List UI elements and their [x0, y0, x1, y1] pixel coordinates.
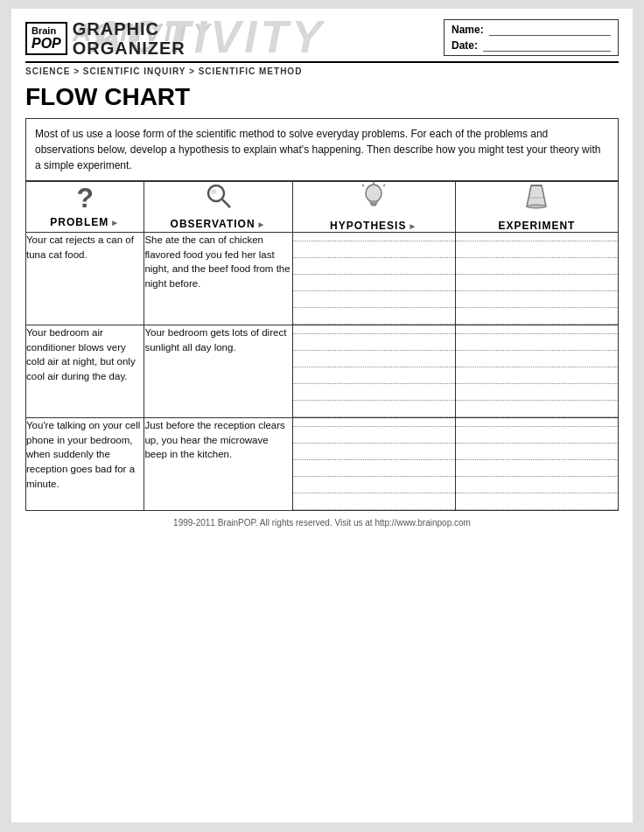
dotted-line — [293, 375, 455, 384]
hypothesis-col-label: HYPOTHESIS ► — [293, 220, 455, 232]
dotted-line — [293, 435, 455, 444]
dotted-line — [456, 435, 618, 444]
svg-line-7 — [362, 185, 364, 186]
problem-col-label: PROBLEM ► — [26, 216, 144, 228]
dotted-line — [293, 283, 455, 291]
dotted-line — [293, 485, 455, 493]
intro-box: Most of us use a loose form of the scien… — [25, 118, 619, 181]
dotted-line — [293, 392, 455, 401]
dotted-line — [456, 418, 618, 427]
dotted-line — [293, 501, 455, 510]
row2-problem: Your bedroom air conditioner blows very … — [26, 325, 144, 418]
dotted-line — [293, 249, 455, 258]
row3-experiment[interactable] — [455, 418, 618, 511]
table-row: You're talking on your cell phone in you… — [26, 418, 619, 511]
logo-area: Brain POP ACTIVITY GRAPHIC ORGANIZER — [25, 19, 186, 58]
observation-arrow: ► — [257, 220, 267, 229]
dotted-line — [293, 325, 455, 334]
page: Brain POP ACTIVITY GRAPHIC ORGANIZER ACT… — [11, 9, 633, 822]
svg-point-2 — [211, 189, 216, 194]
dotted-line — [456, 359, 618, 367]
dotted-line — [293, 359, 455, 367]
dotted-line — [456, 468, 618, 477]
svg-line-8 — [383, 185, 385, 186]
problem-arrow: ► — [110, 218, 120, 227]
table-row: Your bedroom air conditioner blows very … — [26, 325, 619, 418]
svg-point-3 — [366, 185, 382, 202]
dotted-line — [293, 233, 455, 241]
dotted-line — [293, 418, 455, 427]
row2-observation: Your bedroom gets lots of direct sunligh… — [144, 325, 292, 418]
main-table: ? PROBLEM ► — [25, 181, 619, 511]
column-header-row: ? PROBLEM ► — [26, 182, 619, 233]
breadcrumb: SCIENCE > SCIENTIFIC INQUIRY > SCIENTIFI… — [25, 61, 619, 76]
dotted-line — [293, 451, 455, 460]
dotted-line — [456, 451, 618, 460]
col-header-hypothesis: HYPOTHESIS ► — [292, 182, 455, 233]
dotted-line — [456, 325, 618, 334]
dotted-line — [456, 342, 618, 351]
dotted-line — [456, 409, 618, 417]
table-row: Your cat rejects a can of tuna cat food.… — [26, 233, 619, 325]
row3-observation: Just before the reception clears up, you… — [144, 418, 292, 511]
col-header-observation: OBSERVATION ► — [144, 182, 292, 233]
row1-problem: Your cat rejects a can of tuna cat food. — [26, 233, 144, 325]
row1-hypothesis[interactable] — [292, 233, 455, 325]
logo-box: Brain POP — [25, 22, 67, 55]
dotted-line — [456, 233, 618, 241]
dotted-line — [456, 485, 618, 493]
graphic-organizer-text: GRAPHIC ORGANIZER — [73, 19, 186, 58]
date-row: Date: — [452, 39, 611, 52]
observation-col-label: OBSERVATION ► — [144, 218, 291, 230]
dotted-line — [456, 249, 618, 258]
date-label: Date: — [452, 39, 478, 52]
row1-experiment[interactable] — [455, 233, 618, 325]
dotted-line — [456, 299, 618, 308]
hypothesis-arrow: ► — [408, 221, 417, 231]
experiment-col-label: EXPERIMENT — [456, 220, 618, 232]
dotted-line — [293, 266, 455, 275]
dotted-line — [293, 468, 455, 477]
col-header-experiment: EXPERIMENT — [455, 182, 618, 233]
row1-observation: She ate the can of chicken flavored food… — [144, 233, 292, 325]
name-line[interactable] — [489, 24, 611, 36]
footer-text: 1999-2011 BrainPOP. All rights reserved.… — [25, 518, 619, 528]
row2-hypothesis[interactable] — [292, 325, 455, 418]
svg-line-1 — [222, 199, 230, 207]
dotted-line — [456, 316, 618, 325]
dotted-line — [293, 342, 455, 351]
header: Brain POP ACTIVITY GRAPHIC ORGANIZER ACT… — [25, 19, 619, 58]
dotted-line — [293, 299, 455, 308]
dotted-line — [456, 501, 618, 510]
dotted-line — [456, 283, 618, 291]
row3-hypothesis[interactable] — [292, 418, 455, 511]
organizer-text: ORGANIZER — [73, 38, 186, 58]
lightbulb-icon — [293, 182, 455, 218]
dotted-line — [456, 266, 618, 275]
logo-pop: POP — [32, 36, 61, 52]
svg-point-0 — [208, 185, 224, 201]
svg-marker-9 — [527, 185, 546, 206]
question-mark-icon: ? — [26, 182, 144, 214]
date-line[interactable] — [483, 39, 611, 52]
magnifying-glass-icon — [144, 182, 291, 216]
flask-icon — [456, 182, 618, 218]
col-header-problem: ? PROBLEM ► — [26, 182, 144, 233]
name-date-box: Name: Date: — [444, 19, 619, 56]
dotted-line — [456, 375, 618, 384]
name-label: Name: — [452, 24, 484, 36]
graphic-text: GRAPHIC — [73, 19, 186, 38]
dotted-line — [293, 409, 455, 417]
intro-text: Most of us use a loose form of the scien… — [35, 128, 600, 171]
svg-point-12 — [527, 205, 546, 208]
page-title: FLOW CHART — [25, 83, 619, 111]
logo-brain: Brain — [32, 25, 61, 36]
row3-problem: You're talking on your cell phone in you… — [26, 418, 144, 511]
dotted-line — [456, 392, 618, 401]
row2-experiment[interactable] — [455, 325, 618, 418]
name-row: Name: — [452, 24, 611, 36]
svg-rect-5 — [371, 204, 376, 206]
dotted-line — [293, 316, 455, 325]
